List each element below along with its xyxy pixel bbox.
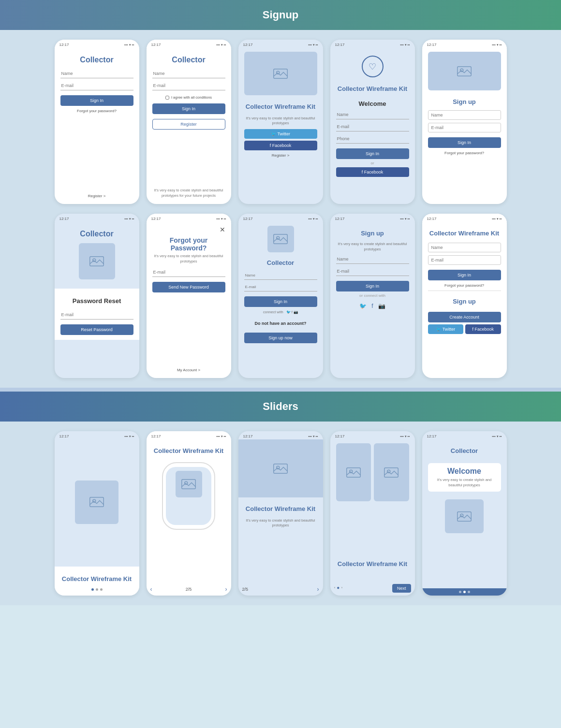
tagline-3: It's very easy to create stylish and bea… — [244, 116, 317, 126]
status-time-10: 12:17 — [427, 217, 437, 221]
slider-dots-4: ◦ ● ◦ — [334, 585, 392, 590]
name-input-8[interactable] — [244, 271, 317, 280]
slider-kit-title-4: Collector Wireframe Kit — [338, 560, 407, 568]
section-divider — [0, 388, 561, 392]
twitter-button-10[interactable]: 🐦 Twitter — [428, 324, 464, 334]
register-link-3[interactable]: Register > — [272, 153, 290, 158]
welcome-title: Welcome — [359, 100, 386, 107]
signup-row-1: 12:17 ▪▪▪ ▾ ▪▪ Collector Sign In Forgot … — [0, 30, 561, 214]
email-input-2[interactable] — [152, 81, 225, 90]
status-time-2: 12:17 — [151, 43, 161, 47]
slider-kit-title-1: Collector Wireframe Kit — [60, 575, 133, 583]
sign-in-button-1[interactable]: Sign In — [60, 95, 133, 106]
name-input-4[interactable] — [336, 110, 409, 119]
phone-card-forgot-password: 12:17 ▪▪▪ ▾ ▪▪ ✕ Forgot your Password? I… — [147, 214, 231, 378]
name-input-2[interactable] — [152, 69, 225, 78]
sign-in-button-8[interactable]: Sign In — [244, 296, 317, 307]
facebook-button-10[interactable]: f Facebook — [465, 324, 501, 334]
card7-content: ✕ Forgot your Password? It's very easy t… — [147, 222, 231, 378]
forgot-link-5[interactable]: Forgot your password? — [444, 151, 484, 155]
agree-checkbox[interactable]: I agree with all conditions — [165, 95, 212, 100]
facebook-button-4[interactable]: f Facebook — [336, 167, 409, 177]
slider-card5-content: Collector Welcome It's very easy to crea… — [422, 439, 507, 588]
sign-in-button-4[interactable]: Sign In — [336, 148, 409, 159]
sign-in-button-9[interactable]: Sign In — [336, 281, 409, 291]
slider-time-1: 12:17 — [59, 434, 69, 438]
slider-card3-text: Collector Wireframe Kit It's very easy t… — [238, 497, 323, 583]
image-placeholder-3 — [244, 52, 317, 95]
twitter-icon[interactable]: 🐦 — [359, 303, 367, 309]
kit-title-10: Collector Wireframe Kit — [429, 230, 499, 238]
social-icons-row: 🐦 f 📷 — [359, 303, 385, 309]
next-button-4[interactable]: Next — [392, 584, 411, 593]
heart-icon: ♡ — [362, 56, 384, 77]
phone-card-social-connect: 12:17 ▪▪▪ ▾ ▪▪ Collector Sign In connect… — [238, 214, 323, 378]
email-input-9[interactable] — [336, 267, 409, 276]
status-bar-8: 12:17 ▪▪▪ ▾ ▪▪ — [238, 214, 323, 222]
connect-with-text: connect with 🐦 f 📷 — [263, 310, 298, 314]
facebook-button-3[interactable]: f Facebook — [244, 141, 317, 150]
slider-image-1 — [75, 480, 118, 524]
forgot-link-10[interactable]: Forgot your password? — [444, 283, 484, 288]
facebook-icon[interactable]: f — [371, 303, 373, 309]
dot-active-1 — [91, 588, 94, 591]
name-input-1[interactable] — [60, 69, 133, 78]
nav-dots-1 — [60, 588, 133, 591]
slider-status-4: 12:17 ▪▪▪ ▾ ▪▪ — [330, 431, 415, 439]
slider-card-3: 12:17 ▪▪▪ ▾ ▪▪ Collector Wireframe Kit I… — [238, 431, 323, 596]
register-link-1[interactable]: Register > — [88, 194, 106, 198]
email-input-7[interactable] — [152, 268, 225, 277]
status-bar-5: 12:17 ▪▪▪ ▾ ▪▪ — [422, 40, 507, 48]
phone-card-signin-register: 12:17 ▪▪▪ ▾ ▪▪ Collector I agree with al… — [147, 40, 231, 204]
instagram-icon[interactable]: 📷 — [378, 303, 385, 309]
slider-kit-title-2: Collector Wireframe Kit — [154, 447, 223, 455]
name-input-5[interactable] — [428, 110, 501, 120]
send-new-password-button[interactable]: Send New Password — [152, 282, 225, 292]
reset-password-button[interactable]: Reset Password — [60, 324, 133, 335]
card10-content: Collector Wireframe Kit Sign In Forgot y… — [422, 222, 507, 378]
twitter-button-3[interactable]: 🐦 Twitter — [244, 129, 317, 139]
sign-in-button-5[interactable]: Sign In — [428, 137, 501, 148]
name-input-10[interactable] — [428, 243, 501, 252]
register-button-2[interactable]: Register — [152, 119, 225, 130]
sign-up-now-button[interactable]: Sign up now — [244, 333, 317, 343]
email-input-5[interactable] — [428, 123, 501, 132]
card6-top: Collector — [55, 222, 139, 289]
slider-card1-bottom: Collector Wireframe Kit — [55, 567, 139, 596]
email-input-10[interactable] — [428, 255, 501, 265]
email-input-6[interactable] — [60, 310, 133, 320]
slider-nav-3: 2/5 › — [238, 583, 323, 596]
email-input-8[interactable] — [244, 283, 317, 291]
status-bar-10: 12:17 ▪▪▪ ▾ ▪▪ — [422, 214, 507, 222]
close-icon[interactable]: ✕ — [220, 226, 225, 233]
slider-status-2: 12:17 ▪▪▪ ▾ ▪▪ — [147, 431, 231, 439]
kit-title-4: Collector Wireframe Kit — [338, 85, 407, 93]
slider-nav-4: ◦ ● ◦ Next — [330, 579, 415, 596]
create-account-button[interactable]: Create Account — [428, 312, 501, 322]
sign-in-button-2[interactable]: Sign In — [152, 103, 225, 114]
status-bar-2: 12:17 ▪▪▪ ▾ ▪▪ — [147, 40, 231, 48]
prev-arrow-2[interactable]: ‹ — [150, 586, 152, 593]
app-title-6: Collector — [80, 230, 113, 238]
phone-card-create-account: 12:17 ▪▪▪ ▾ ▪▪ Collector Wireframe Kit S… — [422, 214, 507, 378]
slider-card3-content: Collector Wireframe Kit It's very easy t… — [238, 439, 323, 583]
phone-input-4[interactable] — [336, 134, 409, 144]
signup-section-header: Signup — [0, 0, 561, 30]
email-input-4[interactable] — [336, 122, 409, 131]
image-placeholder-5 — [428, 52, 501, 90]
phone-card-signup-social: 12:17 ▪▪▪ ▾ ▪▪ Sign up It's very easy to… — [330, 214, 415, 378]
sign-in-button-10[interactable]: Sign In — [428, 270, 501, 280]
status-bar-1: 12:17 ▪▪▪ ▾ ▪▪ — [55, 40, 139, 48]
email-input-1[interactable] — [60, 81, 133, 90]
slider-card4-content: Collector Wireframe Kit — [330, 439, 415, 579]
slider-img-5 — [445, 499, 484, 533]
slider-time-2: 12:17 — [151, 434, 161, 438]
kit-title-3: Collector Wireframe Kit — [246, 103, 315, 111]
next-arrow-3[interactable]: › — [317, 586, 319, 593]
name-input-9[interactable] — [336, 255, 409, 264]
image-placeholder-8 — [267, 226, 294, 252]
forgot-link-1[interactable]: Forgot your password? — [77, 109, 117, 113]
my-account-link[interactable]: My Account > — [177, 368, 200, 372]
next-arrow-2[interactable]: › — [225, 586, 227, 593]
slider-app-title-5: Collector — [451, 447, 478, 454]
